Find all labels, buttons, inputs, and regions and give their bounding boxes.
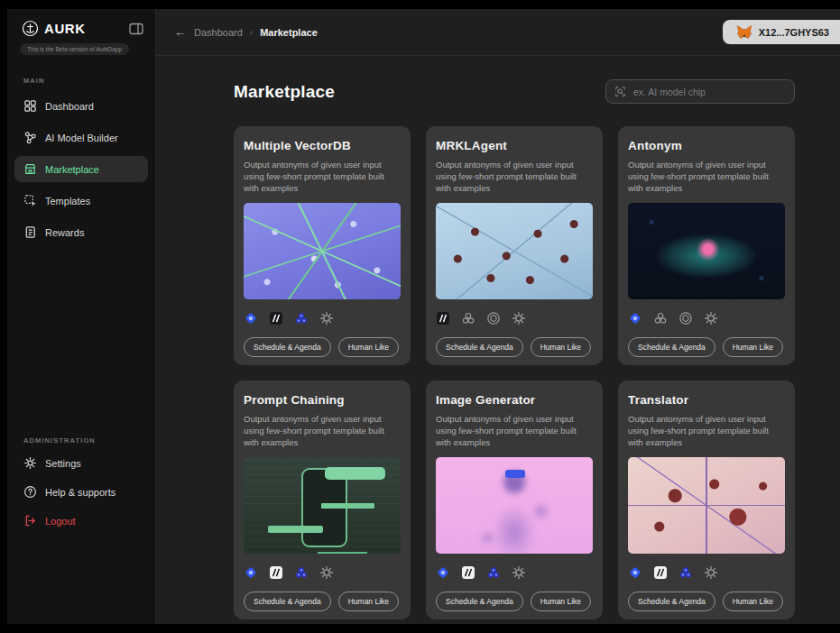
card-description: Output antonyms of given user input usin… (244, 414, 401, 448)
wallet-address-label: X12...7GHYS63 (759, 27, 829, 38)
sidebar-item-rewards[interactable]: Rewards (14, 219, 148, 245)
card-title: Translator (628, 393, 785, 407)
sidebar-collapse-icon[interactable] (128, 21, 144, 37)
logo-row: AURK (7, 9, 155, 37)
model-card[interactable]: Prompt Chaining Output antonyms of given… (234, 381, 411, 619)
gear-icon (23, 456, 37, 470)
sidebar-item-label: AI Model Builder (45, 133, 118, 143)
grid-icon (23, 99, 37, 113)
card-tag[interactable]: Human Like (338, 337, 399, 357)
sidebar-item-settings[interactable]: Settings (14, 450, 148, 476)
scan-search-icon (614, 86, 626, 97)
card-tag[interactable]: Human Like (723, 337, 783, 357)
aurk-logo-icon (22, 20, 39, 37)
card-image (628, 457, 785, 554)
gear-outline-icon (319, 565, 334, 580)
card-icon-row (628, 311, 785, 326)
gem-blue-icon (244, 565, 258, 580)
search-box[interactable] (605, 79, 795, 104)
cluster-outline-icon (653, 311, 668, 326)
logout-icon (23, 514, 37, 528)
model-card[interactable]: MRKLAgent Output antonyms of given user … (426, 126, 603, 365)
openai-icon (678, 311, 693, 326)
cluster-outline-icon (461, 311, 475, 326)
card-image (244, 203, 401, 299)
sidebar-item-templates[interactable]: Templates (14, 188, 148, 214)
sidebar-item-label: Rewards (45, 227, 84, 238)
nodes-icon (23, 131, 37, 144)
metamask-fox-icon (736, 25, 752, 40)
storefront-icon (23, 162, 37, 176)
gear-outline-icon (704, 311, 718, 326)
cluster-blue-icon (678, 565, 693, 580)
sidebar-item-label: Marketplace (45, 164, 99, 175)
gear-outline-icon (319, 311, 334, 326)
card-tag[interactable]: Schedule & Agenda (244, 337, 331, 357)
wb-badge-light-icon (269, 565, 283, 580)
wb-badge-dark-icon (436, 311, 450, 326)
breadcrumb-separator: › (250, 27, 253, 37)
search-input[interactable] (632, 86, 786, 98)
card-title: Antonym (628, 139, 785, 152)
card-description: Output antonyms of given user input usin… (436, 160, 593, 194)
model-card[interactable]: Multiple VectorDB Output antonyms of giv… (234, 126, 411, 365)
gem-blue-icon (436, 565, 450, 580)
card-tag[interactable]: Schedule & Agenda (244, 592, 331, 611)
beta-version-badge: This is the Beta version of AurkDapp (20, 43, 129, 55)
openai-icon (486, 311, 501, 326)
sidebar-item-label: Settings (45, 458, 81, 469)
card-description: Output antonyms of given user input usin… (628, 414, 785, 448)
sidebar-admin-section: ADMINISTRATION Settings Help & supports (7, 415, 155, 537)
card-tag[interactable]: Human Like (723, 592, 783, 611)
topbar: ← Dashboard › Marketplace X12...7GHYS63 (156, 9, 840, 56)
sidebar-item-marketplace[interactable]: Marketplace (14, 156, 148, 182)
card-image (436, 203, 593, 299)
cluster-blue-icon (294, 311, 309, 326)
cluster-blue-icon (294, 565, 309, 580)
card-tag-row: Schedule & AgendaHuman Like (628, 592, 785, 611)
card-tag-row: Schedule & AgendaHuman Like (436, 592, 593, 611)
content-area: ← Dashboard › Marketplace X12...7GHYS63 … (156, 9, 840, 624)
card-tag[interactable]: Human Like (531, 592, 591, 611)
model-card[interactable]: Antonym Output antonyms of given user in… (618, 126, 795, 365)
card-tag[interactable]: Schedule & Agenda (628, 337, 715, 357)
sidebar-item-label: Dashboard (45, 101, 94, 112)
card-icon-row (628, 565, 785, 580)
card-icon-row (244, 311, 401, 326)
card-tag[interactable]: Human Like (531, 337, 591, 357)
page-header: Marketplace (234, 79, 795, 104)
card-image (628, 203, 785, 299)
card-tag[interactable]: Schedule & Agenda (436, 337, 523, 357)
wb-badge-dark-icon (269, 311, 283, 326)
rewards-icon (23, 225, 37, 239)
sidebar-item-label: Templates (45, 196, 90, 206)
wallet-address-button[interactable]: X12...7GHYS63 (723, 20, 840, 44)
card-description: Output antonyms of given user input usin… (628, 160, 785, 194)
card-image (436, 457, 593, 554)
model-card[interactable]: Image Generator Output antonyms of given… (426, 381, 603, 619)
card-tag[interactable]: Schedule & Agenda (628, 592, 715, 611)
card-icon-row (244, 565, 401, 580)
sidebar-item-ai-model-builder[interactable]: AI Model Builder (14, 124, 148, 151)
sidebar-item-label: Logout (45, 516, 76, 527)
sidebar-section-administration: ADMINISTRATION (23, 436, 155, 445)
card-tag[interactable]: Human Like (338, 592, 399, 611)
card-tag[interactable]: Schedule & Agenda (436, 592, 523, 611)
gem-blue-icon (628, 311, 642, 326)
card-title: Image Generator (436, 393, 593, 407)
sidebar-item-logout[interactable]: Logout (14, 508, 148, 534)
card-title: MRKLAgent (436, 139, 593, 152)
card-description: Output antonyms of given user input usin… (244, 160, 401, 194)
card-image (244, 457, 401, 554)
page-title: Marketplace (234, 82, 335, 102)
model-card[interactable]: Translator Output antonyms of given user… (618, 381, 795, 619)
sidebar-section-main: MAIN (23, 77, 155, 85)
sidebar-item-dashboard[interactable]: Dashboard (14, 93, 148, 119)
wb-badge-light-icon (461, 565, 475, 580)
sidebar-item-help[interactable]: Help & supports (14, 479, 148, 505)
back-arrow-icon[interactable]: ← (174, 25, 186, 39)
card-title: Multiple VectorDB (244, 139, 401, 152)
brand-name: AURK (44, 21, 128, 36)
gear-outline-icon (512, 565, 526, 580)
breadcrumb-dashboard[interactable]: Dashboard (194, 27, 243, 38)
